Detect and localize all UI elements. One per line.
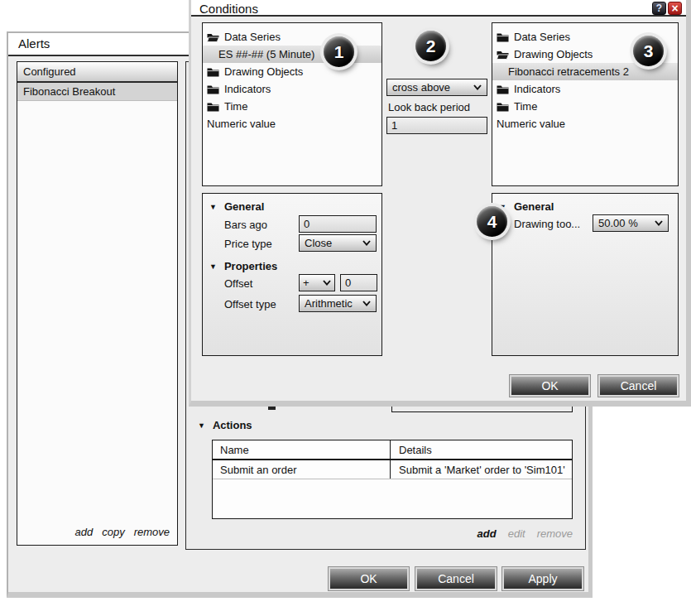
configured-alerts-list: Configured Fibonacci Breakout add copy r… xyxy=(17,61,178,546)
drawing-tool-select[interactable]: 50.00 % xyxy=(593,214,669,232)
callout-badge-1: 1 xyxy=(324,36,354,67)
alerts-window-title: Alerts xyxy=(18,36,50,51)
occluded-text-fragment xyxy=(268,407,276,410)
tree-item-label: Fibonacci retracements 2 xyxy=(508,65,629,78)
conditions-cancel-button[interactable]: Cancel xyxy=(598,375,679,397)
general-section-header[interactable]: ▼ General xyxy=(499,200,554,213)
tree-item-numeric-value[interactable]: Numeric value xyxy=(492,115,678,132)
properties-header-label: Properties xyxy=(224,260,277,272)
action-details-cell: Submit a 'Market' order to 'Sim101' xyxy=(391,460,572,479)
folder-closed-icon xyxy=(497,102,509,112)
callout-badge-2: 2 xyxy=(415,31,446,61)
collapse-triangle-icon[interactable]: ▼ xyxy=(198,421,205,430)
configured-list-header: Configured xyxy=(17,62,177,83)
offset-type-value: Arithmetic xyxy=(305,297,353,310)
actions-col-name: Name xyxy=(213,440,391,459)
conditions-titlebar: Conditions ? × xyxy=(191,0,686,17)
alerts-add-link[interactable]: add xyxy=(74,526,93,538)
price-type-value: Close xyxy=(305,237,332,249)
offset-type-select[interactable]: Arithmetic xyxy=(299,295,377,312)
tree-item-label: Time xyxy=(514,100,537,113)
offset-input[interactable] xyxy=(340,274,377,291)
actions-add-link[interactable]: add xyxy=(477,527,497,540)
lookback-input[interactable] xyxy=(386,117,487,134)
price-type-label: Price type xyxy=(224,238,272,250)
tree-item-time[interactable]: Time xyxy=(203,98,381,115)
drawing-tool-value: 50.00 % xyxy=(598,217,638,229)
tree-item-label: Numeric value xyxy=(207,118,276,130)
tree-item-indicators[interactable]: Indicators xyxy=(203,80,381,98)
actions-table: Name Details Submit an order Submit a 'M… xyxy=(212,440,573,519)
operator-select[interactable]: cross above xyxy=(386,79,487,96)
action-table-row[interactable]: Submit an order Submit a 'Market' order … xyxy=(213,460,572,479)
tree-item-time[interactable]: Time xyxy=(492,98,678,115)
offset-type-label: Offset type xyxy=(224,298,276,310)
folder-closed-icon xyxy=(207,84,219,94)
general-header-label: General xyxy=(514,200,554,213)
chevron-down-icon xyxy=(655,220,663,226)
general-header-label: General xyxy=(224,200,264,213)
callout-badge-3: 3 xyxy=(633,36,664,66)
chevron-down-icon xyxy=(323,280,331,286)
conditions-ok-button[interactable]: OK xyxy=(510,375,590,397)
offset-sign-value: + xyxy=(303,277,310,289)
general-section-header[interactable]: ▼ General xyxy=(209,200,264,213)
bars-ago-label: Bars ago xyxy=(224,219,267,231)
actions-table-header: Name Details xyxy=(213,440,572,460)
close-button[interactable]: × xyxy=(668,2,682,15)
tree-item-label: Data Series xyxy=(224,31,281,43)
offset-label: Offset xyxy=(224,277,252,290)
actions-remove-link: remove xyxy=(537,527,573,540)
drawing-tool-label: Drawing too... xyxy=(514,218,580,230)
action-name-cell: Submit an order xyxy=(213,460,391,479)
tree-item-drawing-objects[interactable]: Drawing Objects xyxy=(203,63,381,80)
chevron-down-icon xyxy=(473,84,482,90)
offset-sign-select[interactable]: + xyxy=(299,274,335,291)
tree-item-label: Drawing Objects xyxy=(224,65,303,78)
alerts-copy-link[interactable]: copy xyxy=(102,526,124,538)
alerts-remove-link[interactable]: remove xyxy=(134,526,170,538)
actions-section-header[interactable]: ▼ Actions xyxy=(198,419,252,431)
chevron-down-icon xyxy=(362,240,371,246)
tree-item-data-series[interactable]: Data Series xyxy=(203,28,381,46)
operator-value: cross above xyxy=(392,81,450,94)
actions-col-details: Details xyxy=(391,440,572,459)
callout-badge-4: 4 xyxy=(477,206,507,237)
target-properties-panel: ▼ General Drawing too... 50.00 % xyxy=(492,193,679,356)
alerts-cancel-button[interactable]: Cancel xyxy=(415,567,497,590)
alerts-ok-button[interactable]: OK xyxy=(329,567,409,590)
configured-alert-item[interactable]: Fibonacci Breakout xyxy=(17,83,177,101)
actions-links: add edit remove xyxy=(212,527,573,540)
conditions-window-title: Conditions xyxy=(199,2,258,16)
folder-closed-icon xyxy=(497,32,509,42)
tree-item-label: Time xyxy=(224,100,247,113)
bars-ago-input[interactable] xyxy=(299,215,377,233)
tree-item-indicators[interactable]: Indicators xyxy=(492,80,678,98)
collapse-triangle-icon[interactable]: ▼ xyxy=(209,203,217,211)
alerts-apply-button[interactable]: Apply xyxy=(502,567,583,590)
source-properties-panel: ▼ General Bars ago Price type Close ▼ Pr… xyxy=(202,193,382,356)
tree-item-label: Indicators xyxy=(224,83,271,95)
tree-item-numeric-value[interactable]: Numeric value xyxy=(203,115,381,132)
screen: Alerts Configured Fibonacci Breakout add… xyxy=(0,0,691,616)
folder-open-icon xyxy=(497,50,509,60)
tree-item-label: Drawing Objects xyxy=(514,48,593,60)
help-button[interactable]: ? xyxy=(652,2,666,15)
tree-item-es-5-minute[interactable]: ES ##-## (5 Minute) xyxy=(203,46,381,63)
folder-closed-icon xyxy=(497,84,509,94)
folder-closed-icon xyxy=(207,102,219,112)
price-type-select[interactable]: Close xyxy=(299,234,377,252)
tree-item-label: Indicators xyxy=(514,83,560,95)
lookback-label: Look back period xyxy=(388,101,470,113)
tree-item-label: ES ##-## (5 Minute) xyxy=(218,48,314,60)
properties-section-header[interactable]: ▼ Properties xyxy=(209,260,277,272)
conditions-window: Conditions ? × Data Series ES ##-## (5 M… xyxy=(189,0,691,407)
tree-item-label: Numeric value xyxy=(497,118,565,130)
actions-header-label: Actions xyxy=(213,419,252,431)
collapse-triangle-icon[interactable]: ▼ xyxy=(209,262,217,271)
tree-item-label: Data Series xyxy=(514,31,570,43)
configured-list-links: add copy remove xyxy=(74,526,170,538)
actions-edit-link: edit xyxy=(508,527,525,540)
chevron-down-icon xyxy=(362,301,371,306)
folder-open-icon xyxy=(207,32,219,42)
